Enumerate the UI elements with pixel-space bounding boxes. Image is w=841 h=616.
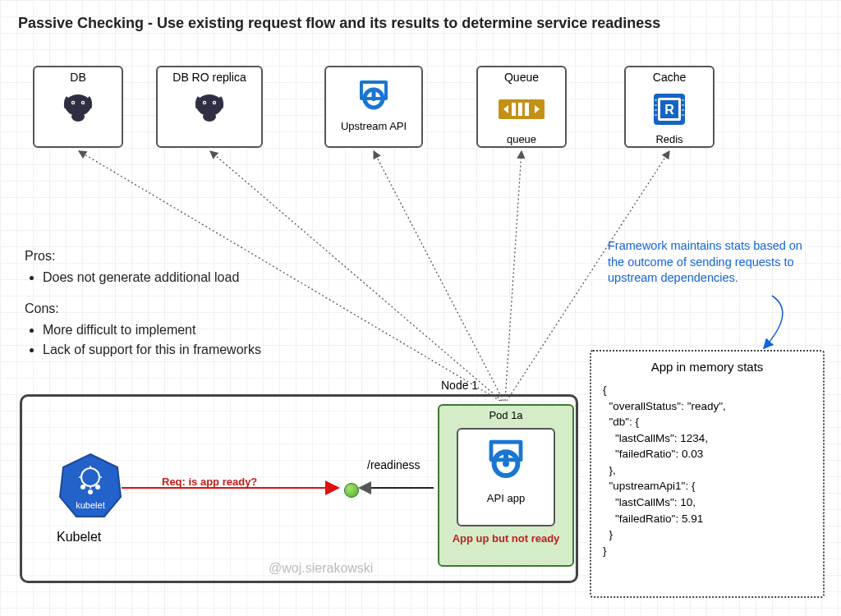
watermark: @woj.sierakowski [269,561,373,576]
pod-label: Pod 1a [439,409,572,421]
dep-upstream-api: Upstream API [324,66,423,148]
postgres-icon [34,87,122,131]
node-box: Node 1 kubelet Kubelet Req: is app ready… [20,394,578,583]
api-icon [458,436,554,489]
svg-point-5 [82,102,84,103]
stats-header: App in memory stats [603,360,811,374]
kubelet-label: Kubelet [57,530,101,545]
dep-cache-sublabel: Redis [626,133,713,145]
svg-rect-20 [525,103,529,116]
svg-rect-19 [518,103,522,116]
svg-text:R: R [664,103,674,117]
svg-point-10 [204,102,205,103]
dep-queue: Queue queue [476,66,567,148]
svg-point-4 [72,102,74,103]
dep-queue-sublabel: queue [478,133,565,145]
postgres-icon [158,87,261,131]
diagram-title: Passive Checking - Use existing request … [18,15,660,32]
pod-box: Pod 1a API app App up but not ready [438,404,574,567]
queue-icon [478,87,565,131]
svg-point-42 [88,490,93,494]
request-label: Req: is app ready? [162,476,257,488]
kubelet-icon: kubelet [58,451,122,525]
api-icon [326,74,421,118]
pros-heading: Pros: [25,246,261,266]
svg-point-7 [203,112,216,122]
redis-icon: R [626,87,713,131]
dep-db-ro: DB RO replica [156,66,263,148]
node-label: Node 1 [441,379,478,392]
callout-text: Framework maintains stats based on the o… [608,238,821,287]
pod-status-text: App up but not ready [439,532,572,545]
pros-cons-block: Pros: Does not generate additional load … [25,246,261,371]
api-app-box: API app [457,428,555,526]
readiness-endpoint-dot [344,483,359,498]
pros-item: Does not generate additional load [43,268,261,287]
dep-db-ro-label: DB RO replica [158,71,261,84]
api-app-label: API app [458,492,554,504]
svg-line-50 [374,151,503,401]
dep-cache: Cache R Redis [624,66,715,148]
svg-point-41 [95,485,100,490]
dep-cache-label: Cache [626,71,713,84]
svg-point-1 [71,112,85,122]
dep-queue-label: Queue [478,71,565,84]
stats-body: { "overallStatus": "ready", "db": { "las… [603,382,811,559]
svg-text:kubelet: kubelet [76,500,104,510]
readiness-path-label: /readiness [367,458,420,471]
dep-db: DB [33,66,123,148]
dep-upstream-sublabel: Upstream API [326,120,421,132]
stats-box: App in memory stats { "overallStatus": "… [590,350,825,598]
svg-line-51 [505,151,522,401]
svg-rect-18 [512,103,516,116]
cons-item: More difficult to implement [43,320,261,340]
svg-point-11 [214,102,215,103]
dep-db-label: DB [34,71,122,84]
svg-point-40 [80,485,85,490]
cons-heading: Cons: [25,299,261,319]
cons-item: Lack of support for this in frameworks [43,340,261,360]
